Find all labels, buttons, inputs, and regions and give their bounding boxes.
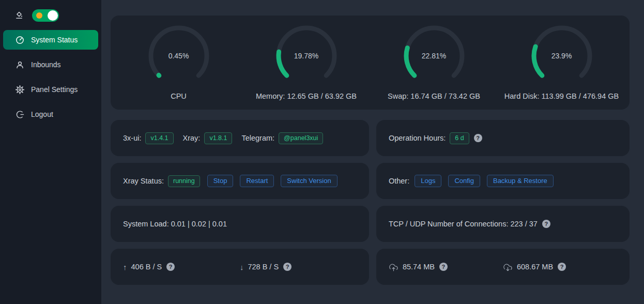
connections-card: TCP / UDP Number of Connections: 223 / 3… <box>376 206 630 242</box>
backup-restore-button[interactable]: Backup & Restore <box>487 175 554 187</box>
memory-gauge-cell: 19.78% Memory: 12.65 GB / 63.92 GB <box>242 25 370 100</box>
user-icon <box>16 60 24 69</box>
disk-gauge-caption: Hard Disk: 113.99 GB / 476.94 GB <box>504 92 619 100</box>
sidebar-item-inbounds[interactable]: Inbounds <box>3 55 98 74</box>
operation-hours-tag: 6 d <box>450 132 469 144</box>
sidebar-menu: System Status Inbounds <box>0 30 101 124</box>
operation-hours-card: Operation Hours: 6 d ? <box>376 120 630 156</box>
app-window: System Status Inbounds <box>0 0 644 304</box>
sidebar-item-label: Logout <box>31 110 53 118</box>
sidebar-item-system-status[interactable]: System Status <box>3 30 98 50</box>
cloud-upload-icon <box>389 263 398 271</box>
xray-status-label: Xray Status: <box>123 177 164 185</box>
sidebar-item-logout[interactable]: Logout <box>3 104 98 124</box>
theme-toggle[interactable] <box>32 9 59 22</box>
telegram-label: Telegram: <box>241 134 274 142</box>
upload-speed-value: 406 B / S <box>131 263 162 271</box>
theme-row <box>0 7 101 24</box>
cpu-gauge-cell: 0.45% CPU <box>115 25 242 100</box>
switch-version-button[interactable]: Switch Version <box>281 175 337 187</box>
download-speed-stat: ↓ 728 B / S ? <box>240 263 357 271</box>
other-actions-card: Other: Logs Config Backup & Restore <box>376 163 630 199</box>
cloud-download-icon <box>503 263 513 271</box>
xray-status-badge: running <box>168 175 200 187</box>
xray-version-tag: v1.8.1 <box>204 132 232 144</box>
help-icon[interactable]: ? <box>439 263 448 271</box>
disk-gauge-cell: 23.9% Hard Disk: 113.99 GB / 476.94 GB <box>498 25 625 100</box>
network-usage-card: 85.74 MB ? 608.67 MB ? <box>376 249 630 285</box>
restart-button[interactable]: Restart <box>240 175 274 187</box>
cpu-gauge-value: 0.45% <box>148 25 210 87</box>
memory-gauge-value: 19.78% <box>275 25 338 87</box>
upload-total-stat: 85.74 MB ? <box>389 263 503 271</box>
versions-card: 3x-ui: v1.4.1 Xray: v1.8.1 Telegram: @pa… <box>111 120 369 156</box>
telegram-handle-tag[interactable]: @panel3xui <box>279 132 323 144</box>
xui-label: 3x-ui: <box>123 134 141 142</box>
logs-button[interactable]: Logs <box>415 175 441 187</box>
config-button[interactable]: Config <box>448 175 480 187</box>
gear-icon <box>16 85 24 94</box>
sun-icon <box>36 12 42 19</box>
other-label: Other: <box>389 177 409 185</box>
download-total-stat: 608.67 MB ? <box>503 263 617 271</box>
xray-status-card: Xray Status: running Stop Restart Switch… <box>111 163 369 199</box>
help-icon[interactable]: ? <box>283 263 292 271</box>
system-load-text: System Load: 0.01 | 0.02 | 0.01 <box>123 220 227 228</box>
sidebar-item-panel-settings[interactable]: Panel Settings <box>3 80 98 99</box>
main-content: 0.45% CPU 19.78% Memory: 12.65 GB / 63.9… <box>101 0 644 304</box>
upload-total-value: 85.74 MB <box>403 263 435 271</box>
stop-button[interactable]: Stop <box>207 175 234 187</box>
xray-label: Xray: <box>183 134 201 142</box>
toggle-knob <box>48 10 58 21</box>
arrow-down-icon: ↓ <box>240 263 244 271</box>
system-load-card: System Load: 0.01 | 0.02 | 0.01 <box>111 206 369 242</box>
sidebar-item-label: Panel Settings <box>31 85 78 94</box>
sidebar: System Status Inbounds <box>0 0 101 304</box>
operation-hours-label: Operation Hours: <box>389 134 446 142</box>
swap-gauge-cell: 22.81% Swap: 16.74 GB / 73.42 GB <box>370 25 498 100</box>
help-icon[interactable]: ? <box>542 220 550 228</box>
arrow-up-icon: ↑ <box>123 263 127 271</box>
swap-gauge-caption: Swap: 16.74 GB / 73.42 GB <box>388 92 480 100</box>
dashboard-icon <box>16 36 24 44</box>
logout-icon <box>16 110 24 119</box>
network-speed-card: ↑ 406 B / S ? ↓ 728 B / S ? <box>111 249 369 285</box>
help-icon[interactable]: ? <box>474 134 482 142</box>
download-total-value: 608.67 MB <box>517 263 553 271</box>
cards-grid: 3x-ui: v1.4.1 Xray: v1.8.1 Telegram: @pa… <box>111 120 630 285</box>
connections-text: TCP / UDP Number of Connections: 223 / 3… <box>389 220 538 228</box>
swap-gauge-value: 22.81% <box>403 25 465 87</box>
sidebar-item-label: System Status <box>31 36 78 44</box>
xui-version-tag: v1.4.1 <box>145 132 173 144</box>
theme-color-icon[interactable] <box>14 11 24 20</box>
disk-gauge-value: 23.9% <box>531 25 593 87</box>
download-speed-value: 728 B / S <box>248 263 279 271</box>
sidebar-item-label: Inbounds <box>31 60 61 69</box>
system-gauges-card: 0.45% CPU 19.78% Memory: 12.65 GB / 63.9… <box>111 16 630 110</box>
help-icon[interactable]: ? <box>558 263 566 271</box>
cpu-gauge-caption: CPU <box>171 92 187 100</box>
upload-speed-stat: ↑ 406 B / S ? <box>123 263 240 271</box>
memory-gauge-caption: Memory: 12.65 GB / 63.92 GB <box>256 92 357 100</box>
help-icon[interactable]: ? <box>166 263 175 271</box>
